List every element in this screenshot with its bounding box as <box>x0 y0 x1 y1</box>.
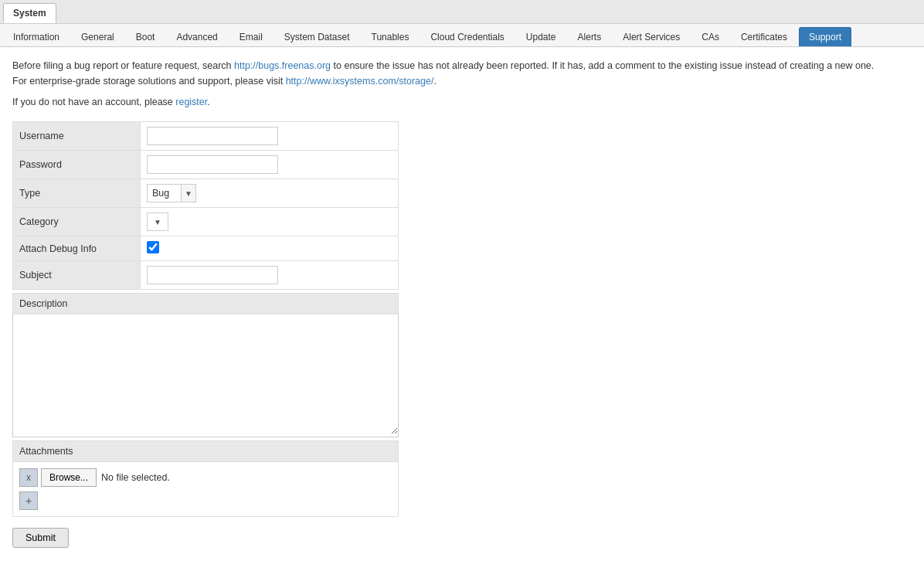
info-text-3: For enterprise-grade storage solutions a… <box>12 76 286 87</box>
submit-button[interactable]: Submit <box>12 528 69 548</box>
system-window-tab[interactable]: System <box>3 3 56 23</box>
tab-boot[interactable]: Boot <box>126 27 165 46</box>
nav-tabs: Information General Boot Advanced Email … <box>0 24 924 47</box>
tab-certificates[interactable]: Certificates <box>731 27 797 46</box>
description-textarea[interactable] <box>13 314 398 434</box>
attachments-header: Attachments <box>12 440 399 462</box>
username-cell <box>141 122 399 151</box>
subject-input[interactable] <box>147 266 278 284</box>
tab-advanced[interactable]: Advanced <box>166 27 227 46</box>
attach-debug-checkbox[interactable] <box>147 241 159 253</box>
add-attachment-button[interactable]: + <box>19 491 38 510</box>
password-cell <box>141 151 399 179</box>
password-label: Password <box>13 151 141 179</box>
subject-label: Subject <box>13 261 141 290</box>
browse-button[interactable]: Browse... <box>41 468 97 487</box>
chevron-down-icon: ▼ <box>185 189 192 198</box>
tab-update[interactable]: Update <box>516 27 566 46</box>
category-row: Category ▼ <box>13 208 399 236</box>
tab-alert-services[interactable]: Alert Services <box>613 27 690 46</box>
tab-support[interactable]: Support <box>799 27 851 46</box>
attachments-section: Attachments x Browse... No file selected… <box>12 440 399 517</box>
tab-tunables[interactable]: Tunables <box>362 27 420 46</box>
type-value-display: Bug <box>147 184 182 202</box>
register-paragraph: If you do not have an account, please re… <box>12 97 912 107</box>
tab-information[interactable]: Information <box>3 27 70 46</box>
info-text-4: . <box>433 76 436 87</box>
description-area <box>12 314 399 437</box>
info-paragraph: Before filing a bug report or feature re… <box>12 58 912 89</box>
remove-file-button[interactable]: x <box>19 468 38 487</box>
username-input[interactable] <box>147 127 278 145</box>
category-chevron-icon: ▼ <box>154 218 161 226</box>
type-select-group: Bug ▼ <box>147 184 392 202</box>
type-row: Type Bug ▼ <box>13 179 399 208</box>
tab-system-dataset[interactable]: System Dataset <box>274 27 360 46</box>
tab-cloud-credentials[interactable]: Cloud Credentials <box>420 27 514 46</box>
category-cell: ▼ <box>141 208 399 236</box>
attachments-body: x Browse... No file selected. + <box>12 462 399 517</box>
register-text-prefix: If you do not have an account, please <box>12 97 175 107</box>
support-form: Username Password Type Bug ▼ C <box>12 121 399 290</box>
bugs-freenas-link[interactable]: http://bugs.freenas.org <box>234 60 331 71</box>
type-dropdown-btn[interactable]: ▼ <box>182 184 196 202</box>
ixsystems-link[interactable]: http://www.ixsystems.com/storage/ <box>286 76 434 87</box>
content-area: Before filing a bug report or feature re… <box>0 47 924 559</box>
subject-cell <box>141 261 399 290</box>
category-label: Category <box>13 208 141 236</box>
no-file-text: No file selected. <box>101 472 170 483</box>
attach-debug-row: Attach Debug Info <box>13 236 399 261</box>
attach-debug-cell <box>141 236 399 261</box>
type-label: Type <box>13 179 141 208</box>
password-row: Password <box>13 151 399 179</box>
subject-row: Subject <box>13 261 399 290</box>
tab-general[interactable]: General <box>71 27 124 46</box>
info-text-1: Before filing a bug report or feature re… <box>12 60 234 71</box>
info-text-2: to ensure the issue has not already been… <box>331 60 874 71</box>
tab-cas[interactable]: CAs <box>691 27 729 46</box>
username-row: Username <box>13 122 399 151</box>
tab-email[interactable]: Email <box>229 27 273 46</box>
register-link[interactable]: register <box>175 97 207 107</box>
type-cell: Bug ▼ <box>141 179 399 208</box>
attach-debug-label: Attach Debug Info <box>13 236 141 261</box>
username-label: Username <box>13 122 141 151</box>
register-text-suffix: . <box>207 97 209 107</box>
description-header: Description <box>12 293 399 314</box>
tab-alerts[interactable]: Alerts <box>568 27 612 46</box>
password-input[interactable] <box>147 155 278 174</box>
file-row: x Browse... No file selected. <box>19 468 392 487</box>
category-dropdown-btn[interactable]: ▼ <box>147 212 168 231</box>
